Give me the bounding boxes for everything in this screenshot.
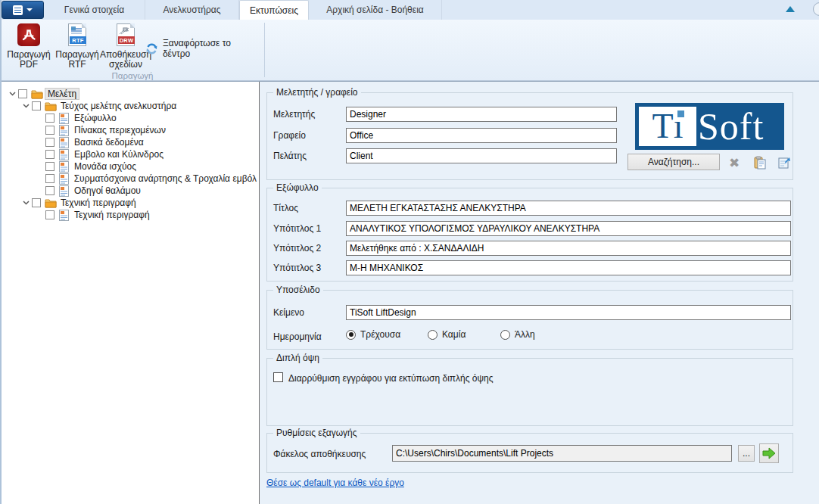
tree-checkbox[interactable] [45, 138, 54, 147]
tree-item[interactable]: Εμβολο και Κύλινδρος [2, 148, 259, 160]
page-footer-group: Υποσέλιδο Κείμενο Ημερομηνία Τρέχουσα Κα… [266, 290, 793, 350]
button-label: σχεδίων [100, 60, 151, 70]
generate-pdf-button[interactable]: Παραγωγή PDF [5, 22, 53, 72]
tree-checkbox[interactable] [45, 150, 54, 159]
tree-checkbox[interactable] [45, 126, 54, 135]
app-menu-icon [13, 5, 23, 15]
radio-icon[interactable] [500, 330, 510, 340]
tree-item[interactable]: Οδηγοί θαλάμου [2, 185, 259, 197]
drw-file-icon: DRW [113, 22, 139, 48]
app-menu-button[interactable] [2, 1, 44, 19]
tab-home-help[interactable]: Αρχική σελίδα - Βοήθεια [309, 0, 442, 20]
open-folder-button[interactable] [759, 443, 779, 463]
document-tree-panel: Μελέτη Τεύχος μελέτης ανελκυστήρα Εξώφυλ… [2, 82, 259, 504]
tree-checkbox[interactable] [45, 174, 54, 183]
radio-current-date[interactable]: Τρέχουσα [346, 329, 400, 340]
client-label: Πελάτης [273, 151, 307, 161]
browse-folder-button[interactable]: ... [738, 445, 755, 462]
tree-checkbox[interactable] [45, 210, 54, 219]
tree-item[interactable]: Βασικά δεδομένα [2, 136, 259, 148]
subtitle3-input[interactable] [346, 260, 791, 275]
tree-item[interactable]: Μελέτη [2, 88, 259, 100]
tree-item-label: Οδηγοί θαλάμου [72, 185, 143, 196]
tree-checkbox[interactable] [18, 89, 27, 98]
subtitle2-input[interactable] [346, 241, 791, 256]
document-icon [58, 125, 70, 136]
tree-checkbox[interactable] [45, 114, 54, 123]
tree-item-label: Συρματόσχοινα ανάρτησης & Τροχαλία εμβόλ [72, 173, 259, 184]
ribbon: Παραγωγή PDF RTF Παραγωγή RTF [0, 20, 819, 81]
tree-item-label: Βασικά δεδομένα [72, 137, 146, 148]
footer-text-input[interactable] [346, 305, 791, 320]
radio-other-date[interactable]: Άλλη [500, 329, 535, 340]
document-icon [58, 149, 70, 160]
export-icon[interactable] [776, 154, 793, 171]
radio-label: Άλλη [515, 329, 535, 340]
chevron-down-icon[interactable] [20, 201, 32, 205]
radio-icon[interactable] [346, 330, 356, 340]
tree-item[interactable]: Συρματόσχοινα ανάρτησης & Τροχαλία εμβόλ [2, 173, 259, 185]
document-icon [58, 137, 70, 148]
tree-item[interactable]: Τεχνική περιγραφή [2, 209, 259, 221]
search-button[interactable]: Αναζήτηση... [627, 154, 720, 170]
subtitle3-label: Υπότιτλος 3 [273, 263, 321, 273]
tab-elevator[interactable]: Ανελκυστήρας [145, 0, 239, 20]
client-input[interactable] [346, 148, 617, 163]
tree-item-label: Τεύχος μελέτης ανελκυστήρα [58, 101, 179, 111]
tree-item-label: Πίνακας περιεχομένων [72, 125, 168, 135]
document-icon [58, 210, 70, 221]
folder-icon [30, 89, 43, 99]
tab-printouts[interactable]: Εκτυπώσεις [239, 0, 309, 20]
group-title: Ρυθμίσεις εξαγωγής [273, 428, 360, 438]
tree-checkbox[interactable] [32, 198, 41, 207]
folder-icon [44, 101, 57, 111]
tisoft-logo: Tı Soft [635, 103, 784, 150]
subtitle2-label: Υπότιτλος 2 [273, 243, 321, 254]
chevron-down-icon[interactable] [20, 104, 32, 108]
duplex-checkbox[interactable] [273, 372, 283, 382]
paste-icon[interactable] [752, 154, 768, 171]
folder-icon [44, 198, 57, 208]
radio-no-date[interactable]: Καμία [428, 329, 466, 340]
tree-item-label: Τεχνική περιγραφή [72, 210, 152, 220]
tree-item[interactable]: Μονάδα ισχύος [2, 160, 259, 173]
document-icon [58, 161, 70, 173]
reload-tree-button[interactable]: Ξαναφόρτωσε το δέντρο [142, 39, 263, 58]
set-default-link[interactable]: Θέσε ως default για κάθε νέο έργο [266, 478, 404, 488]
tree-item-label: Μελέτη [45, 88, 79, 100]
help-icon[interactable] [813, 2, 819, 16]
tab-general[interactable]: Γενικά στοιχεία [44, 0, 145, 20]
tree-item[interactable]: Τεύχος μελέτης ανελκυστήρα [2, 100, 259, 112]
designer-input[interactable] [346, 107, 617, 122]
tree-checkbox[interactable] [45, 186, 54, 195]
tree-item-label: Μονάδα ισχύος [72, 161, 139, 172]
print-settings-panel: Μελετητής / γραφείο Μελετητής Γραφείο Πε… [260, 82, 819, 504]
document-icon [58, 113, 70, 124]
save-folder-input[interactable] [392, 445, 732, 462]
tree-item[interactable]: Πίνακας περιεχομένων [2, 124, 259, 136]
title-input[interactable] [346, 201, 791, 216]
logo-i-dot [677, 110, 684, 117]
subtitle1-input[interactable] [346, 221, 791, 236]
office-input[interactable] [346, 128, 617, 143]
tree-item[interactable]: Τεχνική περιγραφή [2, 197, 259, 209]
clear-icon[interactable]: ✖ [726, 154, 743, 171]
radio-label: Τρέχουσα [360, 329, 400, 340]
ribbon-tab-bar: Γενικά στοιχεία Ανελκυστήρας Εκτυπώσεις … [0, 0, 819, 20]
generate-rtf-button[interactable]: RTF Παραγωγή RTF [53, 22, 101, 72]
radio-icon[interactable] [428, 330, 438, 340]
tree-checkbox[interactable] [45, 162, 54, 171]
pdf-icon [16, 22, 42, 48]
collapse-ribbon-icon[interactable] [786, 6, 795, 12]
subtitle1-label: Υπότιτλος 1 [273, 223, 321, 234]
tree-item[interactable]: Εξώφυλλο [2, 112, 259, 124]
tree-checkbox[interactable] [32, 101, 41, 110]
export-settings-group: Ρυθμίσεις εξαγωγής Φάκελος αποθήκευσης .… [266, 433, 793, 473]
group-title: Υποσέλιδο [273, 285, 323, 295]
ribbon-separator [264, 23, 265, 77]
button-label: PDF [7, 60, 50, 70]
ribbon-group-production: Παραγωγή PDF RTF Παραγωγή RTF [2, 20, 263, 81]
chevron-down-icon[interactable] [6, 92, 18, 96]
duplex-checkbox-label: Διαρρύθμιση εγγράφου για εκτύπωση διπλής… [288, 373, 494, 384]
designer-office-group: Μελετητής / γραφείο Μελετητής Γραφείο Πε… [266, 92, 793, 180]
